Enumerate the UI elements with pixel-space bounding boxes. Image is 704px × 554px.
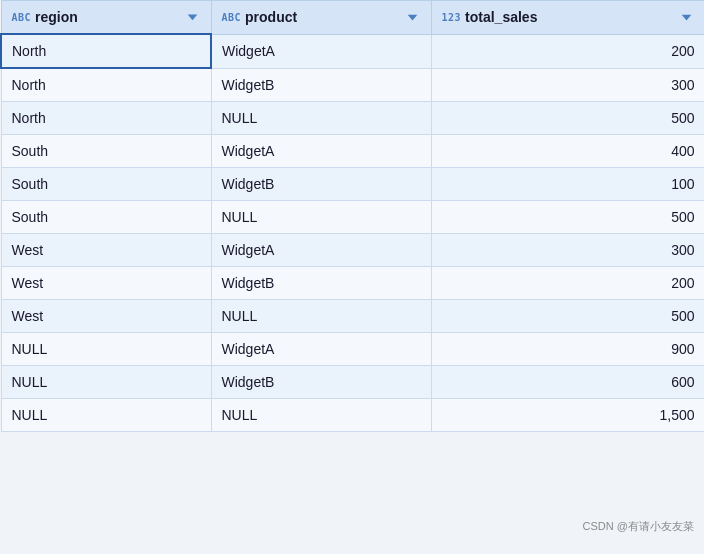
table-row[interactable]: NorthWidgetB300 [1,68,704,102]
cell-total-sales: 1,500 [431,399,704,432]
table-row[interactable]: SouthNULL500 [1,201,704,234]
cell-product: NULL [211,201,431,234]
cell-product: WidgetA [211,34,431,68]
cell-product: WidgetA [211,234,431,267]
cell-product: WidgetB [211,267,431,300]
col-header-product[interactable]: ABC product [211,1,431,35]
cell-total-sales: 100 [431,168,704,201]
cell-product: NULL [211,300,431,333]
cell-region: South [1,201,211,234]
cell-product: NULL [211,102,431,135]
table-row[interactable]: WestWidgetA300 [1,234,704,267]
col-name-region: region [35,9,180,25]
table-row[interactable]: SouthWidgetA400 [1,135,704,168]
cell-total-sales: 500 [431,300,704,333]
table-row[interactable]: WestWidgetB200 [1,267,704,300]
cell-region: West [1,267,211,300]
cell-product: NULL [211,399,431,432]
cell-total-sales: 300 [431,68,704,102]
col-name-product: product [245,9,400,25]
cell-total-sales: 200 [431,267,704,300]
table-row[interactable]: NULLWidgetA900 [1,333,704,366]
table-row[interactable]: NULLWidgetB600 [1,366,704,399]
sort-icon-product[interactable] [405,9,421,25]
table-row[interactable]: SouthWidgetB100 [1,168,704,201]
table-row[interactable]: NorthNULL500 [1,102,704,135]
cell-product: WidgetA [211,135,431,168]
col-name-total_sales: total_sales [465,9,674,25]
col-header-region[interactable]: ABC region [1,1,211,35]
table-row[interactable]: WestNULL500 [1,300,704,333]
cell-product: WidgetA [211,333,431,366]
cell-total-sales: 300 [431,234,704,267]
col-header-total_sales[interactable]: 123 total_sales [431,1,704,35]
cell-region: North [1,68,211,102]
sort-icon-region[interactable] [185,9,201,25]
cell-region: NULL [1,399,211,432]
cell-total-sales: 500 [431,102,704,135]
cell-region: North [1,34,211,68]
cell-total-sales: 200 [431,34,704,68]
cell-total-sales: 600 [431,366,704,399]
cell-total-sales: 900 [431,333,704,366]
cell-region: South [1,168,211,201]
cell-region: West [1,300,211,333]
cell-region: North [1,102,211,135]
cell-product: WidgetB [211,68,431,102]
data-table: ABC region ABC product 123 total_sales N… [0,0,704,432]
table-row[interactable]: NorthWidgetA200 [1,34,704,68]
cell-region: NULL [1,366,211,399]
table-header-row: ABC region ABC product 123 total_sales [1,1,704,35]
table-row[interactable]: NULLNULL1,500 [1,399,704,432]
type-badge-region: ABC [12,12,32,23]
watermark: CSDN @有请小友友菜 [583,519,694,534]
cell-product: WidgetB [211,168,431,201]
cell-total-sales: 400 [431,135,704,168]
cell-region: West [1,234,211,267]
type-badge-product: ABC [222,12,242,23]
cell-total-sales: 500 [431,201,704,234]
cell-region: NULL [1,333,211,366]
type-badge-total_sales: 123 [442,12,462,23]
cell-region: South [1,135,211,168]
cell-product: WidgetB [211,366,431,399]
sort-icon-total_sales[interactable] [679,9,695,25]
